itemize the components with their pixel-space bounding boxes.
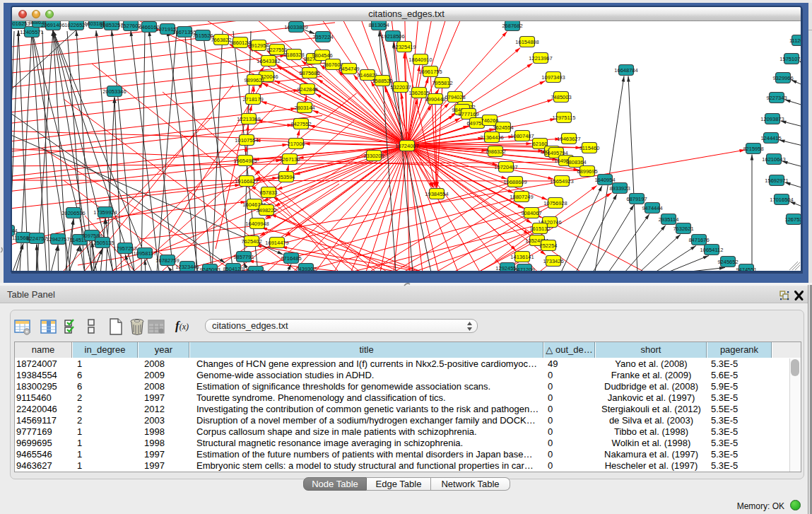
svg-text:19166827: 19166827 (235, 178, 258, 185)
svg-text:9242848: 9242848 (297, 86, 317, 93)
svg-text:8813054: 8813054 (368, 22, 389, 28)
svg-text:8454749: 8454749 (339, 66, 359, 72)
svg-text:7632621: 7632621 (673, 226, 693, 232)
svg-text:12323446: 12323446 (175, 264, 199, 270)
svg-text:6899695: 6899695 (577, 168, 597, 175)
svg-text:12093873: 12093873 (760, 116, 784, 122)
svg-text:12942757: 12942757 (46, 236, 69, 243)
svg-text:10688609: 10688609 (503, 179, 526, 185)
svg-text:8186328: 8186328 (283, 52, 304, 58)
svg-text:18640910: 18640910 (408, 57, 432, 63)
svg-text:19384554: 19384554 (425, 191, 448, 197)
svg-text:9227343: 9227343 (766, 95, 787, 101)
svg-text:8933923: 8933923 (609, 185, 630, 192)
svg-text:14136141: 14136141 (510, 254, 534, 260)
svg-text:20691406: 20691406 (41, 22, 64, 28)
svg-text:12405571: 12405571 (20, 29, 43, 35)
svg-text:2687682: 2687682 (502, 23, 522, 29)
svg-text:15654923: 15654923 (550, 178, 573, 185)
svg-text:9474551: 9474551 (736, 267, 756, 271)
svg-text:1588520: 1588520 (372, 78, 392, 84)
svg-text:9474444: 9474444 (642, 205, 662, 211)
svg-text:16648784: 16648784 (614, 67, 637, 74)
svg-text:9808364: 9808364 (565, 159, 586, 165)
svg-text:19654985: 19654985 (233, 158, 257, 164)
svg-text:8990448: 8990448 (425, 96, 445, 103)
svg-text:10654112: 10654112 (700, 247, 724, 253)
svg-text:6879197: 6879197 (626, 196, 647, 202)
svg-text:3498222: 3498222 (256, 207, 276, 214)
svg-text:7485003: 7485003 (551, 94, 571, 100)
svg-text:9899621: 9899621 (244, 77, 264, 83)
svg-text:9804546: 9804546 (312, 52, 332, 59)
svg-text:7515526: 7515526 (192, 33, 213, 39)
svg-text:10958117: 10958117 (134, 250, 157, 257)
svg-text:8912954: 8912954 (248, 42, 269, 49)
svg-text:8504121: 8504121 (223, 266, 243, 271)
svg-text:2054071: 2054071 (245, 269, 266, 271)
svg-text:9777169: 9777169 (458, 111, 478, 117)
svg-text:12505135: 12505135 (90, 240, 114, 246)
svg-text:9857791: 9857791 (233, 254, 254, 260)
svg-text:1527602: 1527602 (120, 23, 141, 29)
svg-text:9084067: 9084067 (521, 210, 541, 216)
svg-text:2803144: 2803144 (294, 105, 314, 111)
svg-text:8471676: 8471676 (688, 237, 709, 243)
svg-text:12213967: 12213967 (529, 55, 552, 62)
svg-text:3624554: 3624554 (493, 124, 513, 131)
svg-text:17359924: 17359924 (93, 209, 117, 216)
svg-text:10807487: 10807487 (510, 133, 534, 139)
svg-text:252254: 252254 (539, 243, 557, 249)
svg-text:20053346: 20053346 (102, 88, 126, 95)
svg-text:1244415: 1244415 (760, 135, 781, 141)
svg-text:18724007: 18724007 (395, 143, 418, 149)
svg-text:16782759: 16782759 (155, 257, 179, 264)
svg-text:10107554: 10107554 (235, 137, 258, 144)
svg-text:853594: 853594 (277, 174, 295, 180)
svg-text:2718179: 2718179 (242, 96, 263, 103)
svg-text:1733426: 1733426 (543, 258, 563, 264)
svg-text:20016253: 20016253 (12, 21, 30, 27)
svg-text:16961755: 16961755 (418, 69, 442, 75)
svg-text:19218506: 19218506 (381, 33, 404, 40)
svg-text:7625402: 7625402 (241, 238, 261, 245)
svg-text:1640954: 1640954 (594, 177, 615, 183)
svg-text:18807249: 18807249 (510, 194, 533, 200)
svg-text:2935114: 2935114 (659, 216, 679, 223)
svg-text:1615132: 1615132 (529, 226, 550, 232)
svg-text:7663822: 7663822 (211, 37, 231, 43)
svg-text:2330205: 2330205 (363, 153, 384, 159)
svg-text:15692971: 15692971 (765, 177, 788, 184)
svg-text:9245093: 9245093 (199, 267, 220, 271)
svg-text:7986322: 7986322 (485, 148, 505, 155)
svg-text:9115460: 9115460 (579, 145, 600, 151)
svg-text:8215958: 8215958 (743, 146, 763, 152)
svg-text:8427552: 8427552 (290, 121, 311, 127)
svg-text:7357224: 7357224 (312, 34, 333, 40)
svg-text:16154808: 16154808 (515, 39, 539, 45)
svg-text:5322037: 5322037 (390, 84, 411, 90)
svg-text:9860124: 9860124 (230, 40, 250, 46)
svg-text:126753: 126753 (784, 216, 801, 223)
svg-text:8471209: 8471209 (514, 267, 534, 271)
svg-text:217006: 217006 (287, 141, 305, 147)
svg-text:12213369: 12213369 (237, 116, 260, 122)
svg-text:5875685: 5875685 (299, 70, 319, 76)
svg-text:9329966: 9329966 (772, 75, 793, 81)
svg-text:12975115: 12975115 (553, 115, 576, 121)
svg-text:8224757: 8224757 (26, 235, 47, 242)
svg-text:12325419: 12325419 (392, 44, 416, 50)
svg-text:7439302: 7439302 (295, 266, 316, 271)
svg-text:20206536: 20206536 (61, 210, 85, 216)
svg-text:1112058: 1112058 (789, 37, 801, 44)
svg-text:16914479: 16914479 (265, 240, 288, 246)
svg-text:16210643: 16210643 (762, 156, 785, 163)
svg-text:10973493: 10973493 (541, 74, 565, 81)
svg-text:857833: 857833 (259, 189, 277, 196)
svg-text:7955812: 7955812 (432, 80, 452, 86)
svg-text:3267130: 3267130 (279, 156, 300, 163)
svg-text:1362615: 1362615 (408, 90, 429, 96)
svg-text:9245652: 9245652 (717, 259, 738, 265)
svg-text:6794028: 6794028 (445, 94, 465, 100)
svg-text:17016504: 17016504 (770, 197, 793, 203)
